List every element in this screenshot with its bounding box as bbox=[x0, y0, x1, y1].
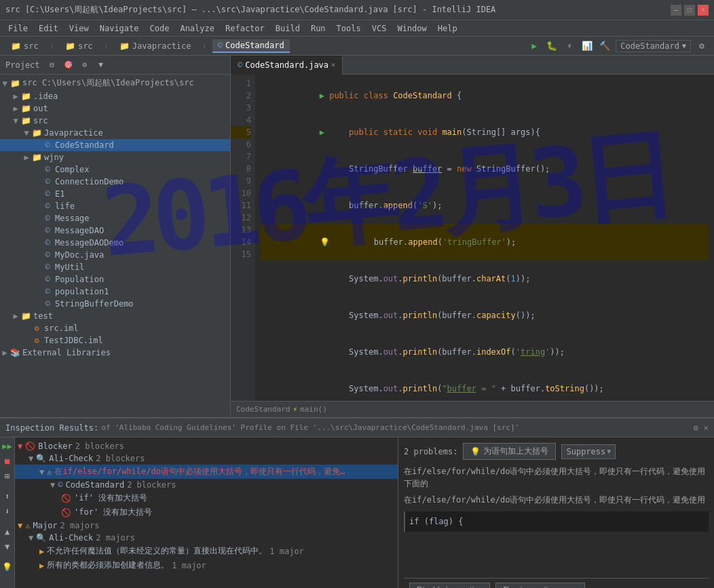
tree-label-out: out bbox=[33, 104, 48, 113]
tree-item-codestandard[interactable]: © CodeStandard bbox=[0, 139, 230, 151]
rerun-icon[interactable]: ▶▶ bbox=[1, 440, 14, 452]
profile-icon[interactable]: 📊 bbox=[580, 39, 594, 53]
line-num-12: 12 bbox=[231, 212, 251, 224]
breadcrumb-codestandard[interactable]: CodeStandard bbox=[236, 405, 290, 414]
collapse-all-icon[interactable]: ⊟ bbox=[45, 58, 59, 72]
codestandard-subitem-label: CodeStandard bbox=[65, 480, 124, 490]
locate-icon[interactable]: 🎯 bbox=[62, 58, 75, 72]
menu-code[interactable]: Code bbox=[145, 22, 175, 35]
detail-panel: 2 problems: 💡 为语句加上大括号 Suppress ▼ 在if/el… bbox=[398, 437, 714, 588]
coverage-icon[interactable]: ⚡ bbox=[563, 39, 576, 53]
build-icon[interactable]: 🔨 bbox=[598, 39, 612, 53]
line-num-3: 3 bbox=[231, 102, 251, 114]
top-tab-src1[interactable]: 📁 src bbox=[5, 40, 44, 52]
tree-item-life[interactable]: © life bbox=[0, 200, 230, 212]
next-icon[interactable]: ▼ bbox=[1, 541, 14, 553]
tree-item-out[interactable]: ▶ 📁 out bbox=[0, 102, 230, 115]
tree-item-messagedao[interactable]: © MessageDAO bbox=[0, 224, 230, 237]
for-issue-row[interactable]: 🚫 'for' 没有加大括号 bbox=[15, 505, 398, 520]
inspection-close-icon[interactable]: × bbox=[704, 423, 709, 433]
bulb-action-button[interactable]: 💡 为语句加上大括号 bbox=[463, 443, 556, 460]
blocker-group-header[interactable]: ▼ 🚫 Blocker 2 blockers bbox=[15, 440, 398, 452]
debug-icon[interactable]: 🐛 bbox=[545, 39, 559, 53]
top-tab-javapractice[interactable]: 📁 Javapractice bbox=[114, 40, 197, 52]
tree-item-message[interactable]: © Message bbox=[0, 212, 230, 224]
file-icon-population: © bbox=[42, 275, 53, 284]
tree-item-stringbufferdemo[interactable]: © StringBufferDemo bbox=[0, 298, 230, 310]
project-settings-icon[interactable]: ▼ bbox=[94, 58, 108, 72]
folder-icon-small: 📁 bbox=[11, 41, 21, 51]
project-label: Project bbox=[5, 60, 40, 70]
tree-item-e1[interactable]: © E1 bbox=[0, 188, 230, 200]
tree-item-external[interactable]: ▶ 📚 External Libraries bbox=[0, 347, 230, 359]
suppress-button[interactable]: Suppress ▼ bbox=[561, 444, 616, 459]
gear-icon[interactable]: ⚙ bbox=[78, 58, 92, 72]
code-area[interactable]: ▶ public class CodeStandard { ▶ public s… bbox=[255, 75, 714, 401]
blocker-issue-row[interactable]: ▼ ⚠ 在if/else/for/while/do语句中必须使用大括号，即使只有… bbox=[15, 465, 398, 479]
filter-icon[interactable]: ⊞ bbox=[1, 470, 14, 482]
menu-window[interactable]: Window bbox=[392, 22, 432, 35]
tree-item-srciml[interactable]: ⚙ src.iml bbox=[0, 322, 230, 334]
title-text: src [C:\Users\周起航\IdeaProjects\src] – ..… bbox=[5, 4, 671, 16]
bulb-icon[interactable]: 💡 bbox=[1, 561, 14, 573]
blocker-count: 2 blockers bbox=[75, 442, 124, 451]
menu-analyze[interactable]: Analyze bbox=[174, 22, 220, 35]
suppress-dropdown-arrow[interactable]: ▼ bbox=[607, 448, 611, 455]
run-inspection-button[interactable]: Run inspection on ... bbox=[495, 583, 584, 588]
if-issue-row[interactable]: 🚫 'if' 没有加大括号 bbox=[15, 491, 398, 505]
major-alicheck-header[interactable]: ▼ 🔍 Ali-Check 2 majors bbox=[15, 532, 398, 544]
prev-icon[interactable]: ▲ bbox=[1, 526, 14, 538]
tree-item-javapractice[interactable]: ▼ 📁 Javapractice bbox=[0, 127, 230, 139]
tab-close-icon[interactable]: × bbox=[331, 61, 335, 68]
minimize-button[interactable]: – bbox=[671, 5, 681, 16]
tree-item-population1[interactable]: © population1 bbox=[0, 286, 230, 298]
menu-edit[interactable]: Edit bbox=[33, 22, 64, 35]
stop-icon[interactable]: ■ bbox=[1, 455, 14, 467]
blocker-alicheck-header[interactable]: ▼ 🔍 Ali-Check 2 blockers bbox=[15, 452, 398, 465]
top-tab-codestandard[interactable]: © CodeStandard bbox=[212, 39, 290, 53]
menu-file[interactable]: File bbox=[3, 22, 33, 35]
tree-item-messagedaodemo[interactable]: © MessageDAODemo bbox=[0, 237, 230, 249]
major-group-header[interactable]: ▼ ⚠ Major 2 majors bbox=[15, 520, 398, 532]
menu-navigate[interactable]: Navigate bbox=[94, 22, 145, 35]
major-issue-2[interactable]: ▶ 所有的类都必须添加创建者信息。 1 major bbox=[15, 558, 398, 572]
export-icon[interactable]: ⬆ bbox=[1, 490, 14, 503]
menu-refactor[interactable]: Refactor bbox=[220, 22, 270, 35]
settings-icon[interactable]: ⚙ bbox=[695, 39, 709, 53]
menu-view[interactable]: View bbox=[64, 22, 94, 35]
tree-item-test[interactable]: ▶ 📁 test bbox=[0, 310, 230, 322]
editor-tab-codestandard[interactable]: © CodeStandard.java × bbox=[231, 56, 343, 75]
title-bar: src [C:\Users\周起航\IdeaProjects\src] – ..… bbox=[0, 0, 714, 20]
breadcrumb-main[interactable]: main() bbox=[300, 405, 327, 414]
major-issue-1[interactable]: ▶ 不允许任何魔法值（即未经定义的常量）直接出现在代码中。 1 major bbox=[15, 544, 398, 558]
top-tab-src2[interactable]: 📁 src bbox=[60, 40, 98, 52]
maximize-button[interactable]: □ bbox=[684, 5, 695, 16]
menu-vcs[interactable]: VCS bbox=[367, 22, 392, 35]
tree-arrow-test: ▶ bbox=[11, 311, 20, 321]
detail-body: 在if/else/for/while/do语句中必须使用大括号，即使只有一行代码… bbox=[404, 465, 709, 532]
tree-item-src[interactable]: ▼ 📁 src bbox=[0, 115, 230, 127]
line-num-15: 15 bbox=[231, 248, 251, 260]
menu-tools[interactable]: Tools bbox=[331, 22, 367, 35]
tree-item-complex[interactable]: © Complex bbox=[0, 163, 230, 176]
close-button[interactable]: × bbox=[698, 5, 709, 16]
run-icon[interactable]: ▶ bbox=[527, 39, 541, 53]
tree-item-wjny[interactable]: ▶ 📁 wjny bbox=[0, 151, 230, 163]
major-count: 2 majors bbox=[60, 521, 100, 530]
codestandard-subitem[interactable]: ▼ © CodeStandard 2 blockers bbox=[15, 479, 398, 491]
tree-item-mydoc[interactable]: © MyDoc.java bbox=[0, 249, 230, 261]
run-config-selector[interactable]: CodeStandard ▼ bbox=[616, 40, 691, 52]
disable-inspection-button[interactable]: Disable inspection bbox=[409, 583, 490, 588]
menu-build[interactable]: Build bbox=[270, 22, 305, 35]
tree-item-idea[interactable]: ▶ 📁 .idea bbox=[0, 90, 230, 102]
tree-item-testjdbc[interactable]: ⚙ TestJDBC.iml bbox=[0, 334, 230, 347]
tree-item-root[interactable]: ▼ 📁 src C:\Users\周起航\IdeaProjects\src bbox=[0, 76, 230, 90]
tree-item-connectiondemo[interactable]: © ConnectionDemo bbox=[0, 176, 230, 188]
tree-item-myutil[interactable]: © MyUtil bbox=[0, 261, 230, 273]
inspection-settings-icon[interactable]: ⚙ bbox=[694, 423, 698, 433]
import-icon[interactable]: ⬇ bbox=[1, 505, 14, 517]
menu-run[interactable]: Run bbox=[305, 22, 331, 35]
tree-item-population[interactable]: © Population bbox=[0, 273, 230, 286]
tree-label-messagedaodemo: MessageDAODemo bbox=[55, 238, 124, 248]
menu-help[interactable]: Help bbox=[432, 22, 463, 35]
